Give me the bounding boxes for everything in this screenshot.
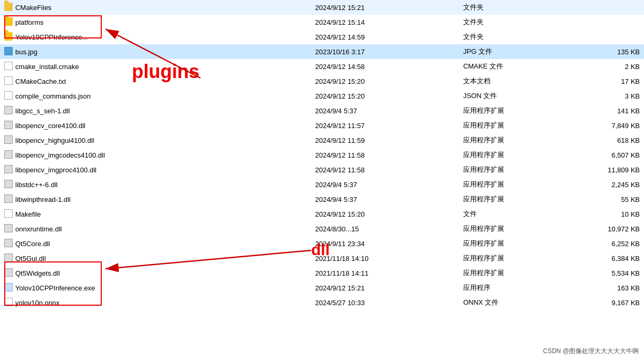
table-row[interactable]: CMakeCache.txt2024/9/12 15:20文本文档17 KB	[0, 74, 644, 89]
file-size-cell: 6,507 KB	[570, 148, 644, 162]
file-type-cell: 应用程序扩展	[459, 266, 570, 280]
file-name-cell: Qt5Core.dll	[0, 236, 311, 251]
table-row[interactable]: bus.jpg2023/10/16 3:17JPG 文件135 KB	[0, 44, 644, 59]
table-row[interactable]: Yolov10CPPInference.exe2024/9/12 15:21应用…	[0, 280, 644, 295]
file-name-cell: Yolov10CPPInference...	[0, 30, 311, 44]
file-size-cell: 5,534 KB	[570, 266, 644, 280]
dll-icon	[4, 106, 13, 114]
file-size-cell: 10,972 KB	[570, 221, 644, 236]
file-name-text: Qt5Gui.dll	[15, 255, 46, 262]
file-size-cell	[570, 15, 644, 30]
file-name-cell: libopencv_core4100.dll	[0, 118, 311, 133]
file-name-text: platforms	[15, 18, 43, 26]
file-name-cell: Yolov10CPPInference.exe	[0, 280, 311, 295]
table-row[interactable]: Yolov10CPPInference...2024/9/12 14:59文件夹	[0, 30, 644, 44]
file-type-cell: 文件夹	[459, 0, 570, 15]
table-row[interactable]: compile_commands.json2024/9/12 15:20JSON…	[0, 89, 644, 103]
file-type-cell: 文件夹	[459, 15, 570, 30]
table-row[interactable]: libstdc++-6.dll2024/9/4 5:37应用程序扩展2,245 …	[0, 177, 644, 192]
file-icon	[4, 76, 13, 85]
file-type-cell: 应用程序扩展	[459, 148, 570, 162]
file-size-cell: 17 KB	[570, 74, 644, 89]
file-type-cell: 文本文档	[459, 74, 570, 89]
file-date-cell: 2024/5/27 10:33	[311, 295, 459, 310]
file-icon	[4, 91, 13, 100]
file-size-cell: 9,167 KB	[570, 295, 644, 310]
table-row[interactable]: libopencv_imgproc4100.dll2024/9/12 11:58…	[0, 162, 644, 177]
file-name-text: Makefile	[15, 210, 41, 218]
table-row[interactable]: cmake_install.cmake2024/9/12 14:58CMAKE …	[0, 59, 644, 74]
cmake-icon	[4, 62, 13, 70]
file-date-cell: 2024/9/4 5:37	[311, 177, 459, 192]
file-type-cell: CMAKE 文件	[459, 59, 570, 74]
table-row[interactable]: CMakeFiles2024/9/12 15:21文件夹	[0, 0, 644, 15]
folder-yellow-icon	[4, 17, 13, 26]
file-name-text: Qt5Core.dll	[15, 240, 50, 248]
table-row[interactable]: libwinpthread-1.dll2024/9/4 5:37应用程序扩展55…	[0, 192, 644, 207]
table-row[interactable]: Qt5Gui.dll2021/11/18 14:10应用程序扩展6,384 KB	[0, 251, 644, 266]
file-list: CMakeFiles2024/9/12 15:21文件夹platforms202…	[0, 0, 644, 310]
file-date-cell: 2024/9/12 11:58	[311, 162, 459, 177]
table-row[interactable]: libopencv_highgui4100.dll2024/9/12 11:59…	[0, 133, 644, 148]
table-row[interactable]: yolov10n.onnx2024/5/27 10:33ONNX 文件9,167…	[0, 295, 644, 310]
table-row[interactable]: platforms2024/9/12 15:14文件夹	[0, 15, 644, 30]
file-size-cell: 2,245 KB	[570, 177, 644, 192]
exe-icon	[4, 283, 13, 291]
file-size-cell	[570, 30, 644, 44]
file-name-text: compile_commands.json	[15, 92, 91, 100]
file-type-cell: 应用程序扩展	[459, 103, 570, 118]
table-row[interactable]: libopencv_imgcodecs4100.dll2024/9/12 11:…	[0, 148, 644, 162]
file-type-cell: 应用程序扩展	[459, 192, 570, 207]
folder-yellow-icon	[4, 32, 13, 41]
file-name-text: Yolov10CPPInference...	[15, 33, 88, 41]
file-name-cell: Makefile	[0, 207, 311, 221]
file-type-cell: 文件夹	[459, 30, 570, 44]
file-size-cell: 55 KB	[570, 192, 644, 207]
table-row[interactable]: onnxruntime.dll2024/8/30...15应用程序扩展10,97…	[0, 221, 644, 236]
file-size-cell: 10 KB	[570, 207, 644, 221]
file-name-text: Yolov10CPPInference.exe	[15, 284, 95, 292]
dll-icon	[4, 254, 13, 262]
file-name-cell: platforms	[0, 15, 311, 30]
file-size-cell: 618 KB	[570, 133, 644, 148]
dll-icon	[4, 239, 13, 247]
file-name-text: libopencv_highgui4100.dll	[15, 137, 94, 144]
table-row[interactable]: Makefile2024/9/12 15:20文件10 KB	[0, 207, 644, 221]
file-date-cell: 2024/9/4 5:37	[311, 192, 459, 207]
dll-icon	[4, 194, 13, 203]
file-name-text: libopencv_imgproc4100.dll	[15, 166, 97, 174]
file-date-cell: 2023/10/16 3:17	[311, 44, 459, 59]
file-name-text: CMakeFiles	[15, 4, 52, 12]
dll-icon	[4, 180, 13, 188]
table-row[interactable]: libopencv_core4100.dll2024/9/12 11:57应用程…	[0, 118, 644, 133]
file-name-cell: libgcc_s_seh-1.dll	[0, 103, 311, 118]
file-type-cell: 应用程序扩展	[459, 162, 570, 177]
jpg-icon	[4, 47, 13, 55]
file-date-cell: 2024/9/4 5:37	[311, 103, 459, 118]
file-type-cell: 应用程序扩展	[459, 118, 570, 133]
file-size-cell: 3 KB	[570, 89, 644, 103]
file-date-cell: 2024/9/11 23:34	[311, 236, 459, 251]
file-name-cell: CMakeCache.txt	[0, 74, 311, 89]
table-row[interactable]: Qt5Widgets.dll2021/11/18 14:11应用程序扩展5,53…	[0, 266, 644, 280]
folder-icon	[4, 3, 13, 11]
file-date-cell: 2024/9/12 15:20	[311, 89, 459, 103]
file-size-cell: 7,849 KB	[570, 118, 644, 133]
file-name-text: libopencv_imgcodecs4100.dll	[15, 151, 105, 159]
file-icon	[4, 209, 13, 218]
file-size-cell: 141 KB	[570, 103, 644, 118]
file-date-cell: 2024/9/12 15:21	[311, 280, 459, 295]
file-type-cell: 应用程序扩展	[459, 133, 570, 148]
table-row[interactable]: libgcc_s_seh-1.dll2024/9/4 5:37应用程序扩展141…	[0, 103, 644, 118]
file-type-cell: 应用程序扩展	[459, 177, 570, 192]
watermark: CSDN @图像处理大大大大大牛啊	[543, 347, 639, 356]
table-row[interactable]: Qt5Core.dll2024/9/11 23:34应用程序扩展6,252 KB	[0, 236, 644, 251]
file-date-cell: 2024/9/12 11:57	[311, 118, 459, 133]
file-type-cell: 应用程序扩展	[459, 221, 570, 236]
file-name-text: libgcc_s_seh-1.dll	[15, 107, 70, 115]
dll-icon	[4, 268, 13, 277]
file-date-cell: 2024/9/12 15:20	[311, 207, 459, 221]
file-type-cell: 应用程序扩展	[459, 236, 570, 251]
file-name-cell: libopencv_imgproc4100.dll	[0, 162, 311, 177]
file-name-text: libstdc++-6.dll	[15, 181, 57, 189]
